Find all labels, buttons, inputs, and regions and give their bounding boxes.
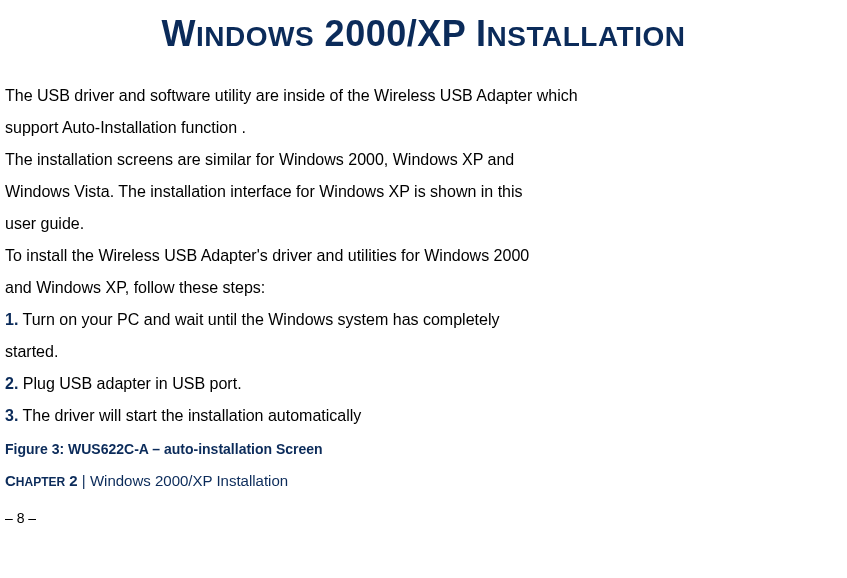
chapter-number: 2: [65, 472, 78, 489]
paragraph-1-line-2: support Auto-Installation function .: [5, 112, 842, 144]
page-number: – 8 –: [5, 505, 842, 532]
chapter-label-rest: HAPTER: [16, 475, 65, 489]
paragraph-2-line-2: Windows Vista. The installation interfac…: [5, 176, 842, 208]
step-3: 3. The driver will start the installatio…: [5, 400, 842, 432]
step-1-number: 1.: [5, 311, 18, 328]
step-1-text-a: Turn on your PC and wait until the Windo…: [18, 311, 499, 328]
page-title: WINDOWS 2000/XP INSTALLATION: [5, 0, 842, 68]
title-w1-rest: INDOWS: [196, 21, 314, 52]
title-w2-first: I: [476, 13, 487, 54]
chapter-breadcrumb: CHAPTER 2 | Windows 2000/XP Installation: [5, 467, 842, 496]
paragraph-2-line-3: user guide.: [5, 208, 842, 240]
title-w2-rest: NSTALLATION: [487, 21, 686, 52]
step-1-line-2: started.: [5, 336, 842, 368]
step-2-text: Plug USB adapter in USB port.: [18, 375, 241, 392]
step-2-number: 2.: [5, 375, 18, 392]
chapter-label-first: C: [5, 472, 16, 489]
chapter-label: CHAPTER 2: [5, 472, 78, 489]
chapter-separator: |: [78, 472, 90, 489]
title-middle: 2000/XP: [314, 13, 476, 54]
step-1-line-1: 1. Turn on your PC and wait until the Wi…: [5, 304, 842, 336]
title-w1-first: W: [162, 13, 196, 54]
step-3-number: 3.: [5, 407, 18, 424]
paragraph-1-line-1: The USB driver and software utility are …: [5, 80, 842, 112]
chapter-text: Windows 2000/XP Installation: [90, 472, 288, 489]
paragraph-3-line-2: and Windows XP, follow these steps:: [5, 272, 842, 304]
paragraph-2-line-1: The installation screens are similar for…: [5, 144, 842, 176]
step-2: 2. Plug USB adapter in USB port.: [5, 368, 842, 400]
step-3-text: The driver will start the installation a…: [18, 407, 361, 424]
paragraph-3-line-1: To install the Wireless USB Adapter's dr…: [5, 240, 842, 272]
figure-caption: Figure 3: WUS622C-A – auto-installation …: [5, 436, 842, 463]
